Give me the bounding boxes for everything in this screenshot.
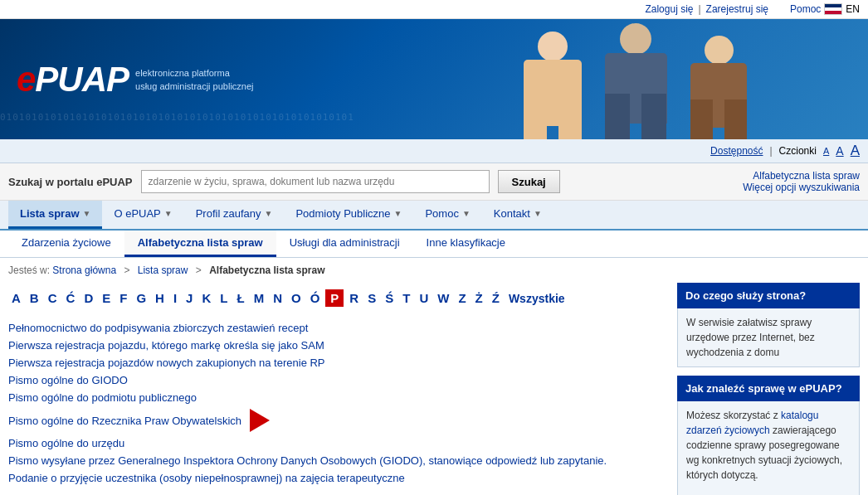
alpha-U[interactable]: U (416, 289, 432, 307)
sidebar-box-purpose-header: Do czego służy strona? (677, 283, 860, 308)
alpha-S[interactable]: S (364, 289, 379, 307)
link-pelnomocnictwo[interactable]: Pełnomocnictwo do podpisywania zbiorczyc… (8, 322, 308, 334)
nav-o-epuap-label: O ePUAP (114, 207, 160, 220)
sidebar-box-find: Jak znaleźć sprawę w ePUAP? Możesz skorz… (677, 376, 860, 495)
list-item: Podanie o przyjęcie uczestnika (osoby ni… (8, 472, 661, 484)
search-label: Szukaj w portalu ePUAP (8, 176, 133, 188)
alpha-C[interactable]: C (45, 289, 61, 307)
nav-profil-zaufany[interactable]: Profil zaufany ▼ (184, 201, 285, 229)
sidebar-box-purpose-content: W serwisie załatwisz sprawy urzędowe prz… (677, 308, 860, 367)
link-pismo-giodo[interactable]: Pismo ogólne do GIODO (8, 374, 128, 386)
nav-pomoc[interactable]: Pomoc ▼ (413, 201, 481, 229)
alpha-G[interactable]: G (133, 289, 149, 307)
help-link[interactable]: Pomoc (790, 3, 821, 15)
alpha-M[interactable]: M (251, 289, 268, 307)
breadcrumb-home[interactable]: Strona główna (52, 264, 116, 276)
alpha-Z-dot[interactable]: Ż (472, 289, 486, 307)
content-area: A B C Ć D E F G H I J K L Ł M N O Ó P R … (0, 283, 868, 495)
fonts-label: Czcionki (779, 145, 817, 157)
alpha-C-accent[interactable]: Ć (63, 289, 79, 307)
link-pismo-urzad[interactable]: Pismo ogólne do urzędu (8, 437, 124, 449)
epuap-logo: ePUAP (17, 60, 129, 99)
search-button[interactable]: Szukaj (498, 170, 560, 193)
sub-nav-uslugi[interactable]: Usługi dla administracji (276, 231, 413, 257)
alpha-O[interactable]: O (288, 289, 305, 307)
search-bar: Szukaj w portalu ePUAP Szukaj Alfabetycz… (0, 163, 868, 201)
link-podanie-niepelnosprawny[interactable]: Podanie o przyjęcie uczestnika (osoby ni… (8, 472, 405, 484)
nav-lista-spraw-arrow: ▼ (83, 209, 91, 218)
person-1 (515, 32, 590, 139)
alpha-T[interactable]: T (399, 289, 413, 307)
alpha-J[interactable]: J (183, 289, 196, 307)
alpha-all[interactable]: Wszystkie (505, 290, 568, 307)
sub-nav-inne[interactable]: Inne klasyfikacje (413, 231, 519, 257)
nav-lista-spraw-label: Lista spraw (20, 207, 80, 220)
alpha-D[interactable]: D (80, 289, 96, 307)
nav-podmioty-publiczne-label: Podmioty Publiczne (295, 207, 390, 220)
alphabetical-list-link[interactable]: Alfabetyczna lista spraw (743, 170, 860, 182)
lang-label: EN (846, 3, 860, 15)
logo-e: e (17, 60, 35, 99)
alpha-S-acute[interactable]: Ś (382, 289, 397, 307)
alpha-A[interactable]: A (8, 289, 24, 307)
alpha-I[interactable]: I (170, 289, 180, 307)
alpha-L-stroke[interactable]: Ł (233, 289, 247, 307)
font-small-link[interactable]: A (823, 146, 829, 156)
alpha-H[interactable]: H (152, 289, 168, 307)
breadcrumb-sep2: > (196, 264, 204, 276)
link-pismo-podmiot[interactable]: Pismo ogólne do podmiotu publicznego (8, 391, 197, 404)
alpha-L[interactable]: L (217, 289, 231, 307)
sub-nav-alfabetyczna[interactable]: Alfabetyczna lista spraw (124, 231, 276, 257)
alpha-K[interactable]: K (198, 289, 214, 307)
list-item: Pismo wysyłane przez Generalnego Inspekt… (8, 454, 661, 467)
font-medium-link[interactable]: A (836, 144, 843, 158)
search-input[interactable] (141, 170, 490, 193)
breadcrumb-prefix: Jesteś w: (8, 264, 50, 276)
nav-pomoc-label: Pomoc (425, 207, 458, 220)
register-link[interactable]: Zarejestruj się (706, 3, 768, 15)
sub-nav-zdarzenia[interactable]: Zdarzenia życiowe (8, 231, 124, 257)
alpha-P[interactable]: P (325, 289, 344, 307)
logo-puap: PUAP (35, 60, 129, 99)
sidebar-text-1: Możesz skorzystać z (686, 410, 781, 421)
search-links: Alfabetyczna lista spraw Więcej opcji wy… (743, 170, 860, 193)
logo-area: ePUAP elektroniczna platforma usług admi… (17, 60, 254, 99)
nav-profil-zaufany-label: Profil zaufany (196, 207, 261, 220)
link-pierwsza-rejestracja-sam[interactable]: Pierwsza rejestracja pojazdu, którego ma… (8, 339, 324, 352)
list-item: Pierwsza rejestracja pojazdu, którego ma… (8, 339, 661, 352)
nav-kontakt[interactable]: Kontakt ▼ (482, 201, 553, 229)
accessibility-link[interactable]: Dostępność (710, 145, 763, 157)
list-item: Pismo ogólne do urzędu (8, 437, 661, 449)
person-3 (681, 36, 756, 139)
alpha-R[interactable]: R (346, 289, 362, 307)
font-large-link[interactable]: A (851, 143, 860, 159)
list-item: Pierwsza rejestracja pojazdów nowych zak… (8, 357, 661, 369)
logo-text: ePUAP elektroniczna platforma usług admi… (17, 60, 254, 99)
breadcrumb-list[interactable]: Lista spraw (138, 264, 188, 276)
nav-kontakt-arrow: ▼ (534, 209, 542, 218)
alpha-W[interactable]: W (434, 289, 452, 307)
link-pismo-rzecznik[interactable]: Pismo ogólne do Rzecznika Praw Obywatels… (8, 415, 241, 427)
right-sidebar: Do czego służy strona? W serwisie załatw… (677, 283, 860, 495)
nav-o-epuap[interactable]: O ePUAP ▼ (102, 201, 183, 229)
alpha-Z-acute[interactable]: Ź (489, 289, 503, 307)
more-options-link[interactable]: Więcej opcji wyszukiwania (743, 182, 860, 193)
alpha-N[interactable]: N (270, 289, 285, 307)
alpha-B[interactable]: B (27, 289, 42, 307)
alpha-E[interactable]: E (99, 289, 114, 307)
list-item: Pismo ogólne do GIODO (8, 374, 661, 386)
nav-pomoc-arrow: ▼ (462, 209, 471, 218)
alpha-Z[interactable]: Z (455, 289, 469, 307)
alpha-F[interactable]: F (116, 289, 130, 307)
login-link[interactable]: Zaloguj się (645, 3, 693, 15)
link-pismo-giodo-stanowiace[interactable]: Pismo wysyłane przez Generalnego Inspekt… (8, 454, 607, 467)
alphabet-nav: A B C Ć D E F G H I J K L Ł M N O Ó P R … (8, 283, 661, 313)
access-bar: Dostępność | Czcionki A A A (0, 139, 868, 163)
nav-podmioty-publiczne[interactable]: Podmioty Publiczne ▼ (284, 201, 413, 229)
nav-lista-spraw[interactable]: Lista spraw ▼ (8, 201, 102, 229)
top-separator: | (698, 3, 700, 15)
left-content: A B C Ć D E F G H I J K L Ł M N O Ó P R … (8, 283, 677, 495)
link-pierwsza-rejestracja-nowych[interactable]: Pierwsza rejestracja pojazdów nowych zak… (8, 357, 325, 369)
alpha-O-acute[interactable]: Ó (307, 289, 324, 307)
person-2 (598, 23, 673, 139)
